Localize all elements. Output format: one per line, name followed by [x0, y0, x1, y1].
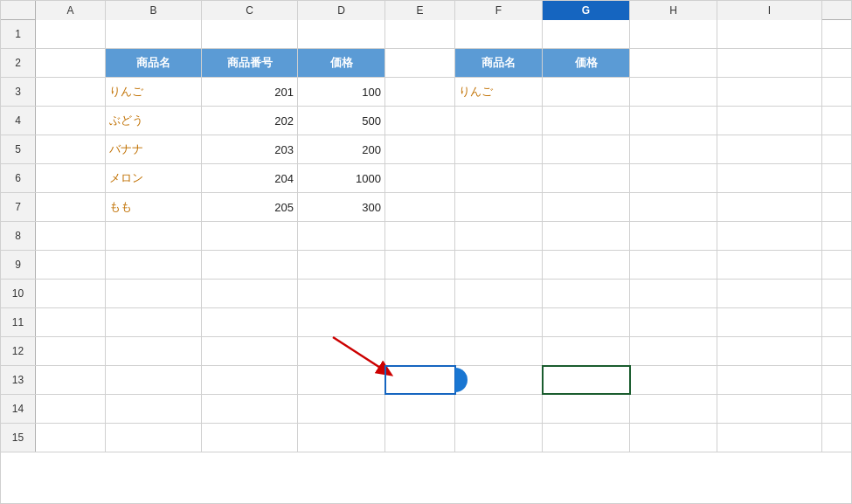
cell-h3[interactable]	[630, 78, 717, 106]
cell-h8[interactable]	[630, 222, 717, 250]
cell-b13[interactable]	[106, 366, 202, 394]
cell-f13[interactable]	[455, 366, 543, 394]
cell-g5[interactable]	[543, 135, 630, 163]
cell-d11[interactable]	[298, 308, 385, 336]
cell-a1[interactable]	[36, 20, 106, 48]
cell-a3[interactable]	[36, 78, 106, 106]
cell-c15[interactable]	[202, 424, 298, 452]
cell-b6[interactable]: メロン	[106, 164, 202, 192]
cell-d7[interactable]: 300	[298, 193, 385, 221]
cell-h9[interactable]	[630, 251, 717, 279]
cell-e4[interactable]	[385, 107, 455, 135]
cell-f9[interactable]	[455, 251, 543, 279]
cell-c12[interactable]	[202, 337, 298, 365]
cell-e10[interactable]	[385, 280, 455, 307]
col-header-c[interactable]: C	[202, 1, 298, 20]
cell-e1[interactable]	[385, 20, 455, 48]
cell-c1[interactable]	[202, 20, 298, 48]
cell-e8[interactable]	[385, 222, 455, 250]
cell-a13[interactable]	[36, 366, 106, 394]
cell-c7[interactable]: 205	[202, 193, 298, 221]
cell-h7[interactable]	[630, 193, 717, 221]
cell-f4[interactable]	[455, 107, 543, 135]
cell-e13[interactable]	[385, 366, 455, 394]
cell-i8[interactable]	[717, 222, 822, 250]
col-header-a[interactable]: A	[36, 1, 106, 20]
cell-f8[interactable]	[455, 222, 543, 250]
cell-a15[interactable]	[36, 424, 106, 452]
cell-b12[interactable]	[106, 337, 202, 365]
cell-b9[interactable]	[106, 251, 202, 279]
cell-b2[interactable]: 商品名	[106, 49, 202, 77]
cell-h14[interactable]	[630, 395, 717, 423]
cell-b3[interactable]: りんご	[106, 78, 202, 106]
cell-f5[interactable]	[455, 135, 543, 163]
cell-g3[interactable]	[543, 78, 630, 106]
cell-a5[interactable]	[36, 135, 106, 163]
cell-a7[interactable]	[36, 193, 106, 221]
cell-f7[interactable]	[455, 193, 543, 221]
col-header-b[interactable]: B	[106, 1, 202, 20]
cell-f6[interactable]	[455, 164, 543, 192]
cell-b5[interactable]: バナナ	[106, 135, 202, 163]
cell-e15[interactable]	[385, 424, 455, 452]
cell-e9[interactable]	[385, 251, 455, 279]
cell-a2[interactable]	[36, 49, 106, 77]
cell-b14[interactable]	[106, 395, 202, 423]
cell-b1[interactable]	[106, 20, 202, 48]
cell-c3[interactable]: 201	[202, 78, 298, 106]
cell-i9[interactable]	[717, 251, 822, 279]
cell-h1[interactable]	[630, 20, 717, 48]
cell-h12[interactable]	[630, 337, 717, 365]
cell-h6[interactable]	[630, 164, 717, 192]
cell-b4[interactable]: ぶどう	[106, 107, 202, 135]
cell-i5[interactable]	[717, 135, 822, 163]
cell-f12[interactable]	[455, 337, 543, 365]
cell-g12[interactable]	[543, 337, 630, 365]
cell-h11[interactable]	[630, 308, 717, 336]
cell-c14[interactable]	[202, 395, 298, 423]
cell-b10[interactable]	[106, 280, 202, 307]
cell-b11[interactable]	[106, 308, 202, 336]
col-header-g[interactable]: G	[543, 1, 630, 20]
cell-d12[interactable]	[298, 337, 385, 365]
cell-g13[interactable]	[543, 366, 630, 394]
cell-c9[interactable]	[202, 251, 298, 279]
cell-f2[interactable]: 商品名	[455, 49, 543, 77]
cell-i15[interactable]	[717, 424, 822, 452]
cell-h13[interactable]	[630, 366, 717, 394]
cell-d8[interactable]	[298, 222, 385, 250]
cell-h10[interactable]	[630, 280, 717, 307]
col-header-i[interactable]: I	[717, 1, 822, 20]
cell-h4[interactable]	[630, 107, 717, 135]
cell-i2[interactable]	[717, 49, 822, 77]
cell-c2[interactable]: 商品番号	[202, 49, 298, 77]
cell-g15[interactable]	[543, 424, 630, 452]
cell-a14[interactable]	[36, 395, 106, 423]
cell-i14[interactable]	[717, 395, 822, 423]
cell-d1[interactable]	[298, 20, 385, 48]
col-header-f[interactable]: F	[455, 1, 543, 20]
cell-d5[interactable]: 200	[298, 135, 385, 163]
cell-b7[interactable]: もも	[106, 193, 202, 221]
cell-a9[interactable]	[36, 251, 106, 279]
cell-i13[interactable]	[717, 366, 822, 394]
cell-c11[interactable]	[202, 308, 298, 336]
cell-a6[interactable]	[36, 164, 106, 192]
col-header-d[interactable]: D	[298, 1, 385, 20]
cell-b15[interactable]	[106, 424, 202, 452]
cell-g4[interactable]	[543, 107, 630, 135]
col-header-e[interactable]: E	[385, 1, 455, 20]
cell-e2[interactable]	[385, 49, 455, 77]
cell-i3[interactable]	[717, 78, 822, 106]
cell-f1[interactable]	[455, 20, 543, 48]
cell-e14[interactable]	[385, 395, 455, 423]
cell-f11[interactable]	[455, 308, 543, 336]
cell-g11[interactable]	[543, 308, 630, 336]
cell-e7[interactable]	[385, 193, 455, 221]
cell-a12[interactable]	[36, 337, 106, 365]
cell-e11[interactable]	[385, 308, 455, 336]
cell-e3[interactable]	[385, 78, 455, 106]
cell-d6[interactable]: 1000	[298, 164, 385, 192]
cell-i12[interactable]	[717, 337, 822, 365]
